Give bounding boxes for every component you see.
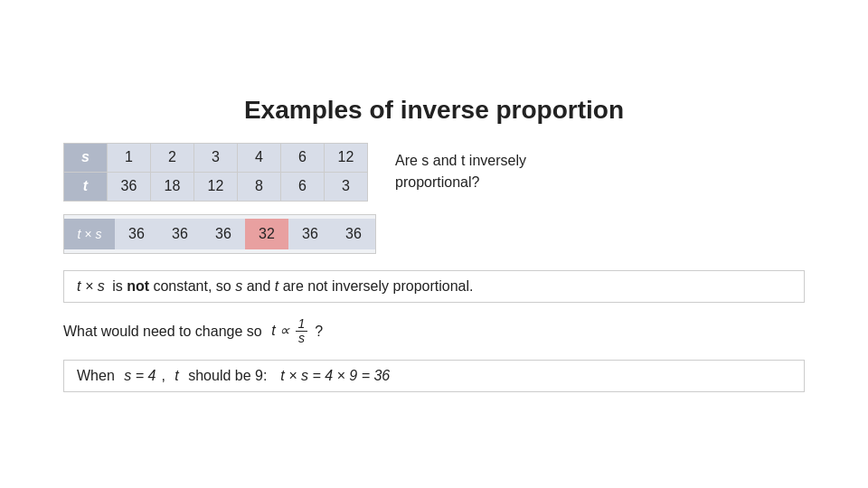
are-line-1: Are s and t inversely [395, 150, 526, 172]
what-would-text: What would need to change so [63, 324, 262, 340]
proportional-expr: t ∝ 1 s [268, 317, 310, 346]
s-val-5: 6 [281, 143, 325, 172]
t-val-6: 3 [325, 172, 368, 201]
t-val-5: 6 [281, 172, 325, 201]
table-row-t: t 36 18 12 8 6 3 [64, 172, 368, 201]
when-box: When s = 4 , t should be 9: t × s = 4 × … [63, 360, 805, 392]
not-constant-text: is not constant, so s and t are not inve… [112, 278, 473, 294]
product-header: t × s [64, 219, 115, 249]
fraction-1-over-s: 1 s [296, 317, 308, 346]
comma: , [161, 368, 165, 384]
are-line-2: proportional? [395, 172, 526, 193]
s-val-2: 2 [151, 143, 194, 172]
calc-expr: t × s = 4 × 9 = 36 [280, 368, 390, 384]
s-header: s [64, 143, 108, 172]
product-table: t × s 36 36 36 32 36 36 [64, 219, 375, 249]
when-expr: s = 4 [120, 368, 156, 384]
t-val-3: 12 [194, 172, 238, 201]
t-val-1: 36 [108, 172, 151, 201]
should-be-text: should be 9: [184, 368, 276, 384]
table-row-s: s 1 2 3 4 6 12 [64, 143, 368, 172]
prod-val-1: 36 [115, 219, 158, 249]
s-val-6: 12 [325, 143, 368, 172]
s-val-1: 1 [108, 143, 151, 172]
top-section: s 1 2 3 4 6 12 t 36 18 12 8 6 3 [63, 143, 805, 202]
prod-val-3: 36 [202, 219, 245, 249]
prod-val-6: 36 [332, 219, 375, 249]
prod-val-2: 36 [158, 219, 202, 249]
t-val-4: 8 [238, 172, 281, 201]
prod-val-5: 36 [288, 219, 332, 249]
product-box: t × s 36 36 36 32 36 36 [63, 214, 376, 254]
slide-title: Examples of inverse proportion [63, 96, 805, 125]
prod-val-4: 32 [245, 219, 288, 249]
table-area: s 1 2 3 4 6 12 t 36 18 12 8 6 3 [63, 143, 368, 202]
not-constant-box: t × s is not constant, so s and t are no… [63, 270, 805, 303]
t-label: t [171, 368, 179, 384]
s-val-3: 3 [194, 143, 238, 172]
s-val-4: 4 [238, 143, 281, 172]
are-proportional-text: Are s and t inversely proportional? [395, 150, 526, 193]
what-would-section: What would need to change so t ∝ 1 s ? [63, 317, 805, 346]
when-label: When [77, 368, 115, 384]
slide-container: Examples of inverse proportion s 1 2 3 4… [27, 78, 841, 411]
times-s-expr: t × s [77, 278, 105, 294]
t-header: t [64, 172, 108, 201]
main-table: s 1 2 3 4 6 12 t 36 18 12 8 6 3 [63, 143, 368, 202]
product-row: t × s 36 36 36 32 36 36 [64, 219, 375, 249]
question-mark: ? [315, 324, 323, 340]
t-val-2: 18 [151, 172, 194, 201]
